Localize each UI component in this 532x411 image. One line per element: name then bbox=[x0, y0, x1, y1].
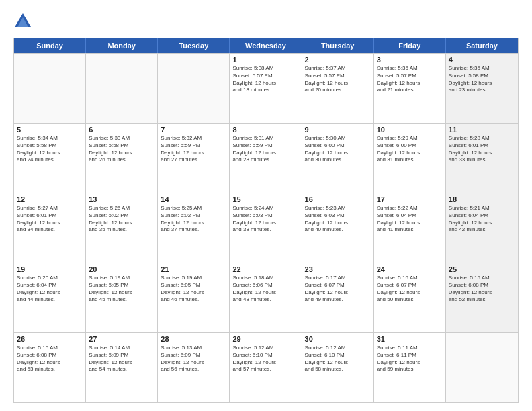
day-cell-9: 9Sunrise: 5:30 AM Sunset: 6:00 PM Daylig… bbox=[302, 124, 374, 193]
day-cell-24: 24Sunrise: 5:16 AM Sunset: 6:07 PM Dayli… bbox=[374, 263, 446, 332]
day-number: 23 bbox=[305, 265, 371, 273]
day-number: 31 bbox=[377, 335, 443, 343]
calendar-body: 1Sunrise: 5:38 AM Sunset: 5:57 PM Daylig… bbox=[14, 53, 518, 402]
day-info: Sunrise: 5:14 AM Sunset: 6:09 PM Dayligh… bbox=[89, 345, 154, 373]
day-info: Sunrise: 5:35 AM Sunset: 5:58 PM Dayligh… bbox=[449, 65, 515, 94]
day-info: Sunrise: 5:33 AM Sunset: 5:58 PM Dayligh… bbox=[89, 135, 154, 164]
day-number: 6 bbox=[89, 126, 154, 134]
weekday-header-saturday: Saturday bbox=[446, 38, 518, 53]
day-number: 13 bbox=[89, 195, 154, 203]
day-cell-1: 1Sunrise: 5:38 AM Sunset: 5:57 PM Daylig… bbox=[230, 54, 302, 123]
calendar: SundayMondayTuesdayWednesdayThursdayFrid… bbox=[13, 38, 519, 403]
logo-icon bbox=[13, 12, 32, 31]
day-number: 25 bbox=[449, 265, 515, 273]
weekday-header-thursday: Thursday bbox=[302, 38, 374, 53]
empty-cell bbox=[158, 54, 230, 123]
day-number: 22 bbox=[232, 265, 298, 273]
day-info: Sunrise: 5:19 AM Sunset: 6:05 PM Dayligh… bbox=[161, 275, 226, 304]
weekday-header-tuesday: Tuesday bbox=[158, 38, 230, 53]
day-info: Sunrise: 5:31 AM Sunset: 5:59 PM Dayligh… bbox=[232, 135, 298, 164]
day-cell-8: 8Sunrise: 5:31 AM Sunset: 5:59 PM Daylig… bbox=[230, 124, 302, 193]
day-info: Sunrise: 5:29 AM Sunset: 6:00 PM Dayligh… bbox=[377, 135, 443, 164]
day-cell-30: 30Sunrise: 5:12 AM Sunset: 6:10 PM Dayli… bbox=[302, 333, 374, 402]
day-number: 12 bbox=[17, 195, 83, 203]
day-info: Sunrise: 5:20 AM Sunset: 6:04 PM Dayligh… bbox=[17, 275, 83, 304]
day-info: Sunrise: 5:36 AM Sunset: 5:57 PM Dayligh… bbox=[377, 65, 443, 94]
day-cell-29: 29Sunrise: 5:12 AM Sunset: 6:10 PM Dayli… bbox=[230, 333, 302, 402]
day-number: 24 bbox=[377, 265, 443, 273]
day-number: 27 bbox=[89, 335, 154, 343]
day-cell-12: 12Sunrise: 5:27 AM Sunset: 6:01 PM Dayli… bbox=[14, 193, 86, 263]
empty-cell bbox=[446, 333, 518, 402]
day-number: 26 bbox=[17, 335, 83, 343]
day-info: Sunrise: 5:23 AM Sunset: 6:03 PM Dayligh… bbox=[305, 205, 371, 234]
empty-cell bbox=[14, 54, 86, 123]
day-cell-7: 7Sunrise: 5:32 AM Sunset: 5:59 PM Daylig… bbox=[158, 124, 230, 193]
day-info: Sunrise: 5:27 AM Sunset: 6:01 PM Dayligh… bbox=[17, 205, 83, 234]
day-number: 11 bbox=[449, 126, 515, 134]
day-info: Sunrise: 5:25 AM Sunset: 6:02 PM Dayligh… bbox=[161, 205, 226, 234]
calendar-row-3: 12Sunrise: 5:27 AM Sunset: 6:01 PM Dayli… bbox=[14, 193, 518, 263]
day-info: Sunrise: 5:37 AM Sunset: 5:57 PM Dayligh… bbox=[305, 65, 371, 94]
day-info: Sunrise: 5:12 AM Sunset: 6:10 PM Dayligh… bbox=[232, 345, 298, 373]
day-number: 8 bbox=[232, 126, 298, 134]
day-number: 5 bbox=[17, 126, 83, 134]
day-info: Sunrise: 5:34 AM Sunset: 5:58 PM Dayligh… bbox=[17, 135, 83, 164]
day-info: Sunrise: 5:38 AM Sunset: 5:57 PM Dayligh… bbox=[232, 65, 298, 94]
day-number: 14 bbox=[161, 195, 226, 203]
day-cell-21: 21Sunrise: 5:19 AM Sunset: 6:05 PM Dayli… bbox=[158, 263, 230, 332]
day-info: Sunrise: 5:19 AM Sunset: 6:05 PM Dayligh… bbox=[89, 275, 154, 304]
day-number: 29 bbox=[232, 335, 298, 343]
page: SundayMondayTuesdayWednesdayThursdayFrid… bbox=[0, 0, 532, 411]
day-cell-13: 13Sunrise: 5:26 AM Sunset: 6:02 PM Dayli… bbox=[86, 193, 158, 263]
day-info: Sunrise: 5:22 AM Sunset: 6:04 PM Dayligh… bbox=[377, 205, 443, 234]
day-info: Sunrise: 5:11 AM Sunset: 6:11 PM Dayligh… bbox=[377, 345, 443, 373]
day-cell-19: 19Sunrise: 5:20 AM Sunset: 6:04 PM Dayli… bbox=[14, 263, 86, 332]
weekday-header-wednesday: Wednesday bbox=[230, 38, 302, 53]
day-number: 9 bbox=[305, 126, 371, 134]
day-cell-14: 14Sunrise: 5:25 AM Sunset: 6:02 PM Dayli… bbox=[158, 193, 230, 263]
day-cell-25: 25Sunrise: 5:15 AM Sunset: 6:08 PM Dayli… bbox=[446, 263, 518, 332]
calendar-row-5: 26Sunrise: 5:15 AM Sunset: 6:08 PM Dayli… bbox=[14, 332, 518, 402]
day-number: 2 bbox=[305, 56, 371, 64]
day-cell-16: 16Sunrise: 5:23 AM Sunset: 6:03 PM Dayli… bbox=[302, 193, 374, 263]
day-info: Sunrise: 5:32 AM Sunset: 5:59 PM Dayligh… bbox=[161, 135, 226, 164]
day-number: 19 bbox=[17, 265, 83, 273]
day-info: Sunrise: 5:16 AM Sunset: 6:07 PM Dayligh… bbox=[377, 275, 443, 304]
day-cell-5: 5Sunrise: 5:34 AM Sunset: 5:58 PM Daylig… bbox=[14, 124, 86, 193]
day-number: 4 bbox=[449, 56, 515, 64]
day-cell-23: 23Sunrise: 5:17 AM Sunset: 6:07 PM Dayli… bbox=[302, 263, 374, 332]
day-cell-6: 6Sunrise: 5:33 AM Sunset: 5:58 PM Daylig… bbox=[86, 124, 158, 193]
day-cell-10: 10Sunrise: 5:29 AM Sunset: 6:00 PM Dayli… bbox=[374, 124, 446, 193]
day-cell-20: 20Sunrise: 5:19 AM Sunset: 6:05 PM Dayli… bbox=[86, 263, 158, 332]
day-number: 3 bbox=[377, 56, 443, 64]
day-cell-28: 28Sunrise: 5:13 AM Sunset: 6:09 PM Dayli… bbox=[158, 333, 230, 402]
day-number: 10 bbox=[377, 126, 443, 134]
day-info: Sunrise: 5:12 AM Sunset: 6:10 PM Dayligh… bbox=[305, 345, 371, 373]
day-number: 30 bbox=[305, 335, 371, 343]
calendar-header: SundayMondayTuesdayWednesdayThursdayFrid… bbox=[14, 38, 518, 53]
day-number: 17 bbox=[377, 195, 443, 203]
day-info: Sunrise: 5:18 AM Sunset: 6:06 PM Dayligh… bbox=[232, 275, 298, 304]
day-info: Sunrise: 5:15 AM Sunset: 6:08 PM Dayligh… bbox=[449, 275, 515, 304]
weekday-header-sunday: Sunday bbox=[14, 38, 86, 53]
day-cell-27: 27Sunrise: 5:14 AM Sunset: 6:09 PM Dayli… bbox=[86, 333, 158, 402]
weekday-header-friday: Friday bbox=[374, 38, 446, 53]
header bbox=[13, 12, 519, 31]
day-number: 1 bbox=[232, 56, 298, 64]
day-info: Sunrise: 5:17 AM Sunset: 6:07 PM Dayligh… bbox=[305, 275, 371, 304]
logo bbox=[13, 12, 35, 31]
day-info: Sunrise: 5:21 AM Sunset: 6:04 PM Dayligh… bbox=[449, 205, 515, 234]
day-info: Sunrise: 5:28 AM Sunset: 6:01 PM Dayligh… bbox=[449, 135, 515, 164]
day-info: Sunrise: 5:15 AM Sunset: 6:08 PM Dayligh… bbox=[17, 345, 83, 373]
calendar-row-1: 1Sunrise: 5:38 AM Sunset: 5:57 PM Daylig… bbox=[14, 53, 518, 123]
day-info: Sunrise: 5:26 AM Sunset: 6:02 PM Dayligh… bbox=[89, 205, 154, 234]
day-number: 21 bbox=[161, 265, 226, 273]
day-number: 7 bbox=[161, 126, 226, 134]
day-number: 16 bbox=[305, 195, 371, 203]
day-cell-26: 26Sunrise: 5:15 AM Sunset: 6:08 PM Dayli… bbox=[14, 333, 86, 402]
day-info: Sunrise: 5:30 AM Sunset: 6:00 PM Dayligh… bbox=[305, 135, 371, 164]
day-cell-4: 4Sunrise: 5:35 AM Sunset: 5:58 PM Daylig… bbox=[446, 54, 518, 123]
calendar-row-2: 5Sunrise: 5:34 AM Sunset: 5:58 PM Daylig… bbox=[14, 123, 518, 193]
day-number: 15 bbox=[232, 195, 298, 203]
